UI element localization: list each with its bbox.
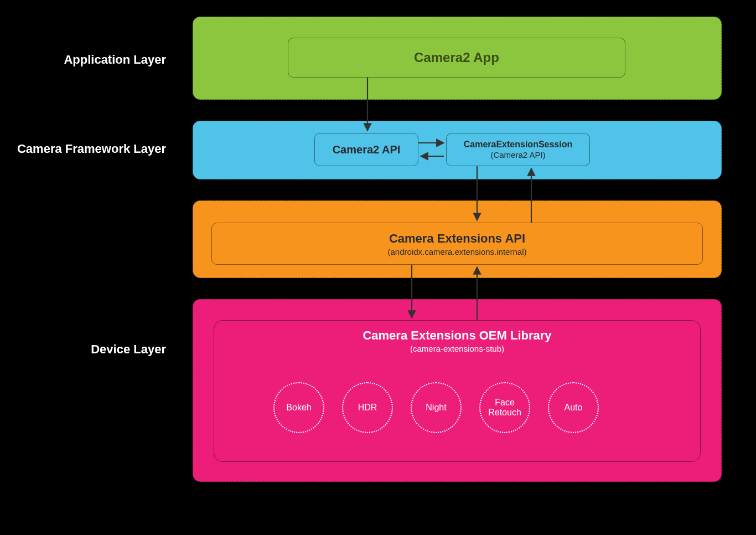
- camera-extensions-api-sub: (androidx.camera.extensions.internal): [388, 247, 527, 256]
- label-device-layer: Device Layer: [11, 342, 166, 357]
- camera-extension-session-box: CameraExtensionSession (Camera2 API): [446, 133, 590, 166]
- feature-hdr: HDR: [342, 382, 393, 433]
- camera-extensions-api-box: Camera Extensions API (androidx.camera.e…: [211, 223, 703, 265]
- camera2-api-label: Camera2 API: [333, 143, 401, 156]
- camera2-api-box: Camera2 API: [314, 133, 418, 166]
- camera-extension-session-line2: (Camera2 API): [490, 150, 545, 160]
- camera2-app-title: Camera2 App: [414, 50, 499, 65]
- camera-extension-session-line1: CameraExtensionSession: [464, 140, 573, 150]
- label-application-layer: Application Layer: [11, 53, 166, 67]
- oem-library-sub: (camera-extensions-stub): [410, 344, 504, 353]
- camera2-app-box: Camera2 App: [288, 38, 625, 78]
- label-framework-layer: Camera Framework Layer: [11, 142, 166, 156]
- feature-auto: Auto: [548, 382, 599, 433]
- feature-bokeh: Bokeh: [273, 382, 324, 433]
- oem-library-title: Camera Extensions OEM Library: [363, 328, 551, 343]
- camera-extensions-api-title: Camera Extensions API: [389, 232, 525, 246]
- feature-face-retouch: Face Retouch: [479, 382, 530, 433]
- feature-night: Night: [411, 382, 462, 433]
